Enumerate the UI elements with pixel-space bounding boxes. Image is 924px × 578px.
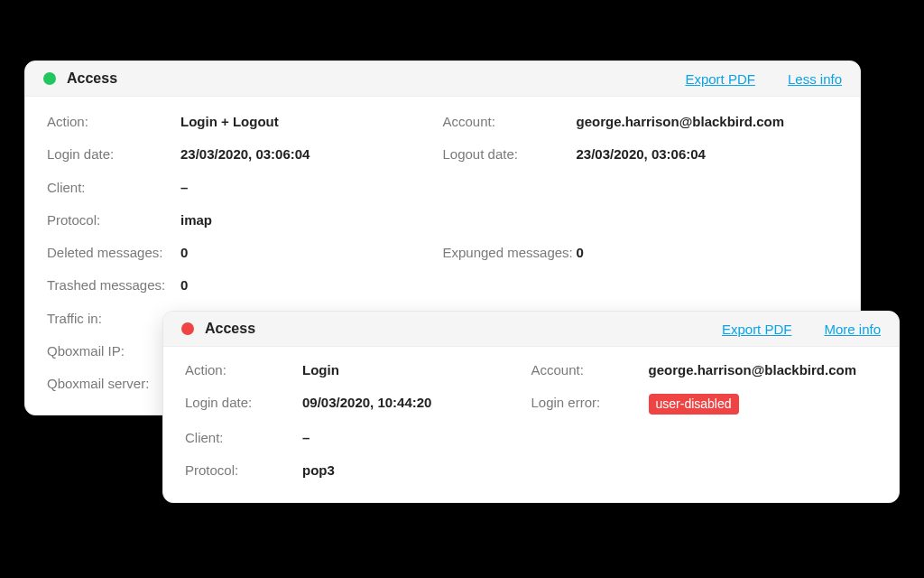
field-trashed-messages: Trashed messages: 0 [47, 269, 443, 302]
field-label: Login date: [185, 394, 302, 412]
field-label: Logout date: [443, 145, 577, 163]
field-deleted-messages: Deleted messages: 0 [47, 237, 443, 269]
field-label: Qboxmail IP: [47, 342, 180, 360]
field-login-date: Login date: 23/03/2020, 03:06:04 [47, 138, 443, 171]
field-label: Traffic in: [47, 310, 180, 328]
field-value: george.harrison@blackbird.com [577, 113, 785, 131]
field-label: Client: [185, 429, 302, 447]
field-account: Account: george.harrison@blackbird.com [531, 354, 878, 387]
field-client: Client: – [185, 422, 531, 454]
field-label: Qboxmail server: [47, 375, 180, 393]
field-label: Trashed messages: [47, 276, 180, 294]
field-expunged-messages: Expunged messages: 0 [443, 237, 839, 269]
field-value: Login + Logout [180, 113, 279, 131]
field-label: Deleted messages: [47, 244, 180, 262]
field-label: Expunged messages: [443, 244, 577, 262]
field-value: 0 [577, 244, 584, 262]
field-label: Action: [47, 113, 180, 131]
field-label: Account: [443, 113, 577, 131]
card-body: Action: Login Account: george.harrison@b… [163, 347, 899, 502]
field-label: Client: [47, 179, 180, 197]
card-header: Access Export PDF More info [163, 312, 899, 347]
field-client: Client: – [47, 172, 443, 204]
field-value: 09/03/2020, 10:44:20 [302, 394, 431, 412]
field-label: Action: [185, 361, 302, 379]
status-dot-green-icon [43, 72, 56, 85]
field-value: george.harrison@blackbird.com [649, 361, 857, 379]
field-value: 0 [180, 276, 188, 294]
export-pdf-link[interactable]: Export PDF [685, 71, 755, 87]
card-header: Access Export PDF Less info [25, 61, 860, 97]
field-protocol: Protocol: imap [47, 204, 443, 237]
field-value: – [302, 429, 310, 447]
field-protocol: Protocol: pop3 [185, 454, 531, 487]
status-badge: user-disabled [649, 394, 739, 415]
field-value: imap [180, 211, 212, 229]
field-label: Login error: [531, 394, 649, 412]
field-value: – [180, 179, 188, 197]
field-logout-date: Logout date: 23/03/2020, 03:06:04 [443, 138, 839, 171]
status-dot-red-icon [181, 322, 194, 335]
field-action: Action: Login [185, 354, 531, 387]
field-login-error: Login error: user-disabled [531, 387, 878, 422]
field-value: Login [302, 361, 339, 379]
field-label: Protocol: [47, 211, 180, 229]
field-value: 23/03/2020, 03:06:04 [577, 145, 706, 163]
field-account: Account: george.harrison@blackbird.com [443, 106, 839, 138]
card-title: Access [67, 70, 117, 87]
field-action: Action: Login + Logout [47, 106, 443, 138]
export-pdf-link[interactable]: Export PDF [722, 322, 792, 337]
access-card-collapsed: Access Export PDF More info Action: Logi… [162, 311, 900, 503]
toggle-info-link[interactable]: More info [824, 322, 881, 337]
field-value: 0 [180, 244, 188, 262]
field-label: Login date: [47, 145, 180, 163]
field-value: pop3 [302, 461, 335, 480]
field-value: 23/03/2020, 03:06:04 [180, 145, 310, 163]
toggle-info-link[interactable]: Less info [788, 71, 842, 87]
card-title: Access [205, 321, 255, 337]
field-label: Protocol: [185, 461, 302, 480]
field-label: Account: [531, 361, 649, 379]
field-login-date: Login date: 09/03/2020, 10:44:20 [185, 387, 531, 422]
